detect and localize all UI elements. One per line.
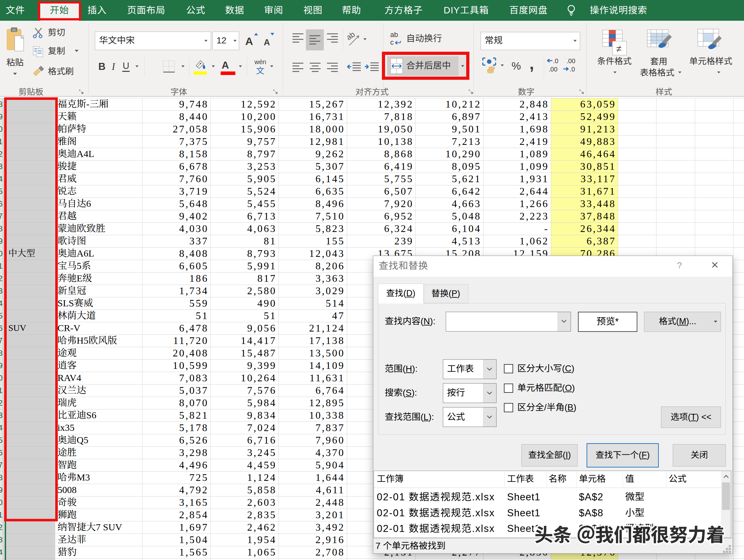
svg-text:.0: .0 — [553, 57, 558, 65]
svg-text:.00: .00 — [549, 66, 558, 73]
svg-text:.0: .0 — [570, 66, 575, 73]
svg-text:≠: ≠ — [616, 43, 621, 54]
svg-text:c: c — [390, 38, 394, 46]
svg-text:ab: ab — [347, 31, 356, 42]
svg-text:ab: ab — [390, 31, 398, 39]
svg-text:头条 ＠我们都很努力着: 头条 ＠我们都很努力着 — [534, 523, 725, 547]
svg-text:.00: .00 — [566, 57, 575, 65]
